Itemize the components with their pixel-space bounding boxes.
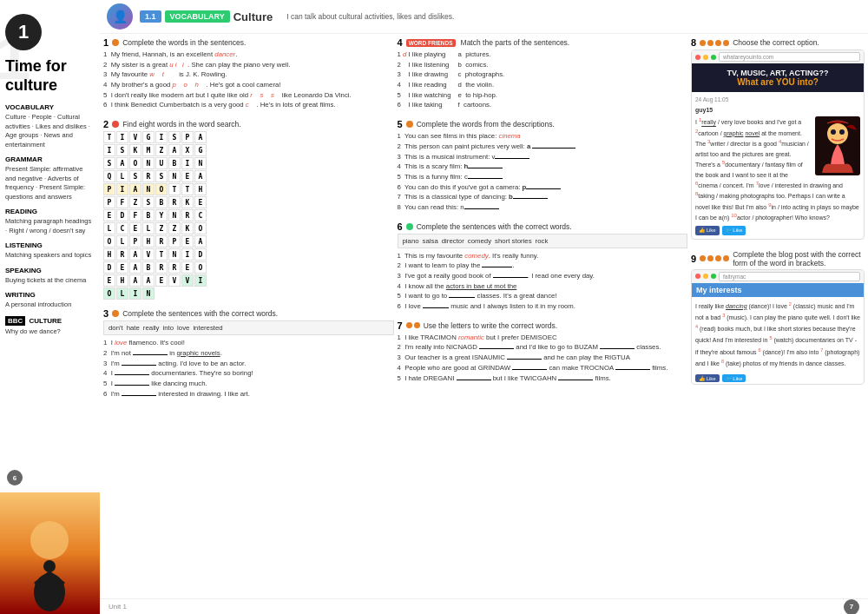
- exercise-9-url: faitrymac: [719, 272, 860, 281]
- exercise-3-dot: [112, 310, 119, 317]
- grammar-title: GRAMMAR: [5, 155, 95, 163]
- profile-image: 👤: [107, 3, 133, 30]
- listening-content: Matching speakers and topics: [5, 251, 95, 261]
- exercise-2-header: 2 Find eight words in the word search.: [103, 119, 394, 129]
- exercise-2: 2 Find eight words in the word search. T…: [103, 119, 394, 300]
- ex1-item-1: 1 My friend, Hannah, is an excellent dan…: [103, 50, 394, 60]
- header-bar: 👤 1.1 VOCABULARY Culture I can talk abou…: [100, 0, 868, 34]
- ex1-item-3: 3 My favourite w t is J. K. Rowling.: [103, 69, 394, 80]
- browser-bar: whatareyouinto.com: [692, 50, 864, 63]
- reading-title: READING: [5, 208, 95, 215]
- ex3-item-1: 1 I love flamenco. It's cool!: [103, 338, 394, 348]
- exercise-5: 5 Complete the words from the descriptio…: [398, 119, 688, 213]
- blog-header: TV, MUSIC, ART, ACTING?? What are YOU in…: [692, 63, 864, 92]
- browser-mockup: whatareyouinto.com TV, MUSIC, ART, ACTIN…: [691, 50, 865, 240]
- exercise-9-title: Complete the blog post with the correct …: [733, 250, 865, 267]
- grammar-content: Present Simple: affirmative and negative…: [5, 165, 95, 201]
- exercise-3-title: Complete the sentences with the correct …: [122, 309, 278, 318]
- vocab-section: VOCABULARY Culture · People · Cultural a…: [5, 103, 95, 149]
- main-content: 👤 1.1 VOCABULARY Culture I can talk abou…: [100, 0, 868, 614]
- my-interests-header: My interests: [692, 283, 864, 297]
- exercise-3: 3 Complete the sentences with the correc…: [103, 308, 394, 399]
- exercise-1-title: Complete the words in the sentences.: [122, 38, 246, 47]
- exercise-6-wordbox: piano salsa director comedy short storie…: [398, 234, 688, 248]
- reading-content: Matching paragraph headings · Right / wr…: [5, 217, 95, 235]
- exercise-8-dots: [700, 40, 729, 46]
- bbc-section: BBC CULTURE Why do we dance?: [5, 316, 95, 337]
- word-search-grid: TIVGISPAIS KMZAXGSAON UBINQLSRSN EAPIANO…: [103, 131, 394, 300]
- writing-title: WRITING: [5, 291, 95, 299]
- writing-content: A personal introduction: [5, 300, 95, 310]
- ex9-minimize-dot: [703, 274, 708, 279]
- sidebar: 1 1 Time for culture VOCABULARY Culture …: [0, 0, 100, 614]
- svg-point-9: [839, 129, 845, 135]
- exercise-4-header: 4 WORD FRIENDS Match the parts of the se…: [398, 37, 688, 48]
- browser-url: whatareyouinto.com: [719, 52, 860, 62]
- match-col-1: 1 d I like playing 2 I like listening 3 …: [398, 50, 451, 110]
- exercise-7-title: Use the letters to write the correct wor…: [424, 321, 557, 330]
- exercise-6-title: Complete the sentences with the correct …: [417, 222, 572, 231]
- ex3-item-3: 3 I'm acting. I'd love to be an actor.: [103, 359, 394, 369]
- speaking-section: SPEAKING Buying tickets at the cinema: [5, 267, 95, 286]
- exercise-7-content: 1 I like TRACIMON romantic but I prefer …: [398, 333, 688, 383]
- header-topic: Culture: [233, 10, 273, 23]
- blog-title-main: TV, MUSIC, ART, ACTING??: [697, 69, 858, 77]
- listening-section: LISTENING Matching speakers and topics: [5, 241, 95, 261]
- anime-image: [815, 116, 860, 175]
- listening-title: LISTENING: [5, 241, 95, 249]
- exercise-3-wordbox: don't hate really into love interested: [103, 320, 394, 335]
- sidebar-title: Time for culture: [5, 57, 95, 95]
- exercise-8-title: Choose the correct option.: [733, 38, 819, 47]
- svg-point-8: [831, 129, 836, 135]
- vocab-content: Culture · People · Cultural activities ·…: [5, 113, 95, 149]
- exercise-4-title: Match the parts of the sentences.: [461, 38, 570, 47]
- facebook-btn[interactable]: 👍 Like: [695, 226, 720, 235]
- vocab-title: VOCABULARY: [5, 103, 95, 111]
- word-friends-badge: WORD FRIENDS: [406, 39, 456, 47]
- exercise-1-content: 1 My friend, Hannah, is an excellent dan…: [103, 50, 394, 110]
- ex1-item-2: 2 My sister is a great u i i . She can p…: [103, 60, 394, 70]
- bbc-content: Why do we dance?: [5, 327, 95, 337]
- ex3-item-5: 5 I like dancing much.: [103, 379, 394, 389]
- exercise-8-header: 8 Choose the correct option.: [691, 37, 865, 48]
- exercise-2-dot: [112, 121, 119, 128]
- ex1-item-6: 6 I think Benedict Cumberbatch is a very…: [103, 100, 394, 110]
- ex1-item-4: 4 My brother's a good p o h . He's got a…: [103, 80, 394, 90]
- twitter-btn[interactable]: 🐦 Like: [722, 226, 746, 235]
- exercise-9-browser-bar: faitrymac: [692, 270, 864, 283]
- blog-meta: 24 Aug 11:05: [695, 96, 860, 104]
- exercise-6: 6 Complete the sentences with the correc…: [398, 221, 688, 312]
- exercise-5-title: Complete the words from the descriptions…: [417, 120, 555, 129]
- exercise-4: 4 WORD FRIENDS Match the parts of the se…: [398, 37, 688, 110]
- speaking-content: Buying tickets at the cinema: [5, 276, 95, 286]
- page-number-right: 7: [844, 599, 859, 615]
- bbc-title: BBC CULTURE: [5, 316, 95, 326]
- blog-body: 24 Aug 11:05 guy15: [692, 92, 864, 239]
- ex9-twitter-btn[interactable]: 🐦 Like: [722, 374, 746, 382]
- exercise-5-header: 5 Complete the words from the descriptio…: [398, 119, 688, 129]
- exercise-9-header: 9 Complete the blog post with the correc…: [691, 250, 865, 267]
- page-nav-left[interactable]: 6: [7, 470, 23, 485]
- exercise-1: 1 Complete the words in the sentences. 1…: [103, 37, 394, 110]
- right-panel: 8 Choose the correct option. whatar: [691, 37, 865, 595]
- exercise-4-content: 1 d I like playing 2 I like listening 3 …: [398, 50, 688, 110]
- exercise-9: 9 Complete the blog post with the correc…: [691, 250, 865, 385]
- lesson-badge: 1.1: [140, 10, 161, 23]
- ex9-facebook-btn[interactable]: 👍 Like: [695, 374, 720, 382]
- reading-section: READING Matching paragraph headings · Ri…: [5, 208, 95, 235]
- browser-minimize-dot: [703, 55, 708, 60]
- ex9-maximize-dot: [711, 274, 716, 279]
- exercise-2-title: Find eight words in the word search.: [122, 120, 241, 129]
- exercise-6-content: 1 This is my favourite comedy. It's real…: [398, 251, 688, 312]
- exercise-1-dot: [112, 39, 119, 46]
- svg-point-2: [34, 573, 65, 611]
- exercise-8: 8 Choose the correct option. whatar: [691, 37, 865, 240]
- page-number-left: 6: [7, 470, 23, 485]
- exercise-6-dot: [406, 223, 413, 230]
- exercise-3-content: 1 I love flamenco. It's cool! 2 I'm not …: [103, 338, 394, 399]
- exercise-3-header: 3 Complete the sentences with the correc…: [103, 308, 394, 319]
- exercise-1-header: 1 Complete the words in the sentences.: [103, 37, 394, 48]
- exercise-7-header: 7 Use the letters to write the correct w…: [398, 320, 688, 331]
- unit-circle: 1: [5, 14, 42, 50]
- column-2: 4 WORD FRIENDS Match the parts of the se…: [398, 37, 688, 595]
